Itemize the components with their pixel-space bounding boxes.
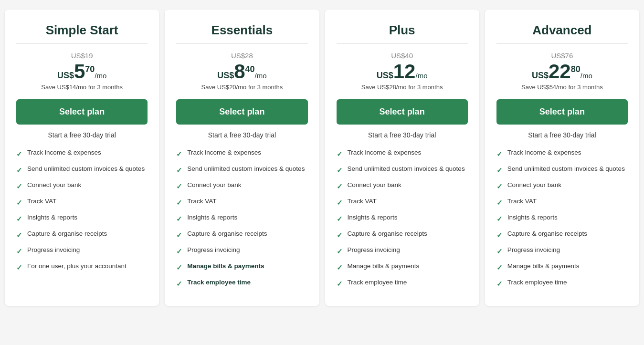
plan-divider-essentials [176,43,307,44]
trial-text-simple-start: Start a free 30-day trial [16,131,148,139]
price-main-simple-start: 5 [74,62,85,82]
checkmark-icon: ✓ [337,214,343,224]
checkmark-icon: ✓ [337,262,343,272]
list-item: ✓Insights & reports [496,213,628,224]
feature-text: Track employee time [507,278,567,287]
select-plan-button-simple-start[interactable]: Select plan [16,99,148,125]
feature-text: Connect your bank [187,181,241,190]
list-item: ✓Send unlimited custom invoices & quotes [496,165,628,175]
plan-card-essentials: EssentialsUS$28US$840/moSave US$20/mo fo… [165,10,319,306]
price-prefix-plus: US$ [377,71,393,81]
checkmark-icon: ✓ [176,279,182,289]
feature-text: Send unlimited custom invoices & quotes [348,165,465,174]
feature-text: Send unlimited custom invoices & quotes [27,165,145,174]
savings-text-advanced: Save US$54/mo for 3 months [496,84,628,91]
plan-name-plus: Plus [337,23,468,38]
list-item: ✓Connect your bank [337,181,468,191]
list-item: ✓Track employee time [176,278,307,289]
list-item: ✓Track VAT [16,197,148,208]
checkmark-icon: ✓ [496,262,503,272]
feature-text: Manage bills & payments [348,262,420,271]
feature-text: Track VAT [27,197,56,206]
list-item: ✓Manage bills & payments [176,262,307,272]
list-item: ✓Progress invoicing [496,246,628,256]
list-item: ✓Manage bills & payments [496,262,628,272]
feature-text: Track employee time [187,278,251,287]
list-item: ✓Insights & reports [16,213,148,224]
feature-text: Capture & organise receipts [27,230,107,239]
checkmark-icon: ✓ [337,181,343,191]
select-plan-button-essentials[interactable]: Select plan [176,99,307,125]
feature-text: Track VAT [348,197,377,206]
current-price-advanced: US$2280/mo [496,62,628,82]
checkmark-icon: ✓ [16,214,22,224]
feature-text: Insights & reports [348,213,398,222]
list-item: ✓Capture & organise receipts [337,230,468,240]
plan-card-plus: PlusUS$40US$12/moSave US$28/mo for 3 mon… [325,10,479,306]
price-sup-essentials: 40 [245,64,255,74]
price-per-month-advanced: /mo [581,72,592,80]
feature-text: Capture & organise receipts [507,230,587,239]
checkmark-icon: ✓ [16,149,22,159]
trial-text-essentials: Start a free 30-day trial [176,131,307,139]
checkmark-icon: ✓ [496,214,503,224]
checkmark-icon: ✓ [496,149,503,159]
savings-text-plus: Save US$28/mo for 3 months [337,84,468,91]
feature-text: Progress invoicing [507,246,560,255]
current-price-simple-start: US$570/mo [16,62,148,82]
checkmark-icon: ✓ [337,279,343,289]
feature-text: Track VAT [507,197,537,206]
checkmark-icon: ✓ [16,165,22,175]
trial-text-advanced: Start a free 30-day trial [496,131,628,139]
list-item: ✓Track VAT [496,197,628,208]
feature-text: Track income & expenses [27,148,101,157]
savings-text-simple-start: Save US$14/mo for 3 months [16,84,148,91]
list-item: ✓Insights & reports [337,213,468,224]
price-sup-advanced: 80 [571,64,581,74]
select-plan-button-plus[interactable]: Select plan [337,99,468,125]
checkmark-icon: ✓ [496,165,503,175]
price-sup-simple-start: 70 [85,64,95,74]
features-list-advanced: ✓Track income & expenses✓Send unlimited … [496,148,628,289]
plan-name-essentials: Essentials [176,23,307,38]
price-per-month-simple-start: /mo [95,72,106,80]
list-item: ✓Progress invoicing [176,246,307,256]
price-prefix-essentials: US$ [217,71,234,81]
checkmark-icon: ✓ [176,181,182,191]
original-price-advanced: US$76 [496,52,628,60]
features-list-plus: ✓Track income & expenses✓Send unlimited … [337,148,468,289]
feature-text: Manage bills & payments [507,262,580,271]
price-main-plus: 12 [393,62,416,82]
current-price-plus: US$12/mo [337,62,468,82]
checkmark-icon: ✓ [496,181,503,191]
original-price-essentials: US$28 [176,52,307,60]
list-item: ✓Manage bills & payments [337,262,468,272]
list-item: ✓Track income & expenses [337,148,468,159]
features-list-essentials: ✓Track income & expenses✓Send unlimited … [176,148,307,289]
price-prefix-simple-start: US$ [57,71,74,81]
list-item: ✓Capture & organise receipts [496,230,628,240]
price-main-advanced: 22 [549,62,571,82]
feature-text: Connect your bank [507,181,561,190]
current-price-essentials: US$840/mo [176,62,307,82]
plan-card-simple-start: Simple StartUS$19US$570/moSave US$14/mo … [5,10,159,306]
price-per-month-plus: /mo [415,72,427,80]
list-item: ✓For one user, plus your accountant [16,262,148,272]
checkmark-icon: ✓ [16,181,22,191]
list-item: ✓Track employee time [337,278,468,289]
feature-text: Insights & reports [507,213,558,222]
feature-text: Manage bills & payments [187,262,264,271]
feature-text: Insights & reports [187,213,237,222]
plan-divider-advanced [496,43,628,44]
select-plan-button-advanced[interactable]: Select plan [496,99,628,125]
list-item: ✓Connect your bank [16,181,148,191]
plan-divider-simple-start [16,43,148,44]
plan-name-simple-start: Simple Start [16,23,148,38]
checkmark-icon: ✓ [16,262,22,272]
list-item: ✓Track income & expenses [176,148,307,159]
original-price-simple-start: US$19 [16,52,148,60]
list-item: ✓Capture & organise receipts [176,230,307,240]
checkmark-icon: ✓ [337,230,343,240]
feature-text: Track income & expenses [187,148,261,157]
checkmark-icon: ✓ [176,149,182,159]
